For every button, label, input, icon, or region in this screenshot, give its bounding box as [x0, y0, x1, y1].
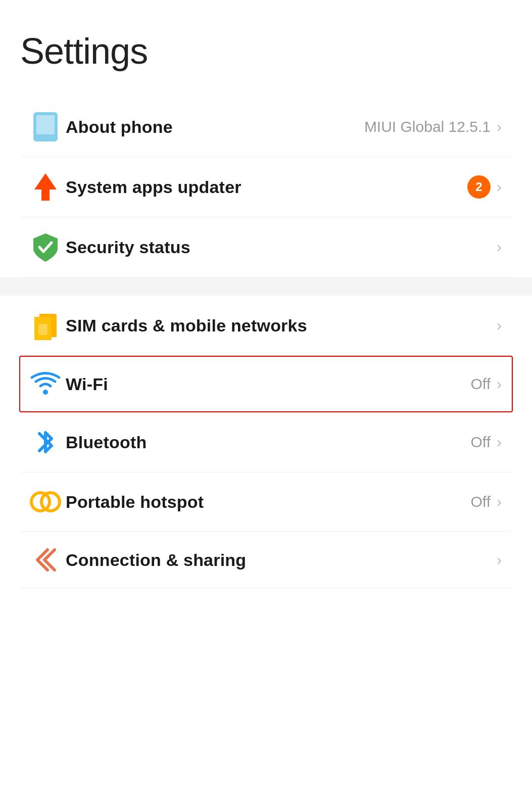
wifi-label: Wi-Fi: [66, 374, 471, 394]
settings-item-bluetooth[interactable]: Bluetooth Off ›: [20, 412, 512, 472]
security-icon: [25, 231, 66, 263]
about-phone-value: MIUI Global 12.5.1: [364, 118, 491, 135]
svg-marker-2: [34, 173, 57, 201]
settings-item-portable-hotspot[interactable]: Portable hotspot Off ›: [20, 472, 512, 532]
settings-item-about-phone[interactable]: About phone MIUI Global 12.5.1 ›: [20, 97, 512, 157]
portable-hotspot-label: Portable hotspot: [66, 492, 471, 512]
sim-icon: [25, 310, 66, 341]
settings-item-security-status[interactable]: Security status ›: [20, 217, 512, 277]
security-status-label: Security status: [66, 238, 497, 257]
connection-sharing-label: Connection & sharing: [66, 550, 497, 570]
settings-item-wifi[interactable]: Wi-Fi Off ›: [19, 356, 513, 412]
bluetooth-label: Bluetooth: [66, 433, 471, 452]
portable-hotspot-value: Off: [471, 493, 491, 510]
hotspot-icon: [25, 487, 66, 517]
system-apps-updater-chevron: ›: [497, 178, 502, 196]
update-icon: [25, 171, 66, 203]
wifi-icon: [25, 371, 66, 397]
portable-hotspot-chevron: ›: [497, 493, 502, 510]
security-status-chevron: ›: [497, 239, 502, 256]
bluetooth-value: Off: [471, 434, 491, 451]
connection-sharing-chevron: ›: [497, 551, 502, 568]
phone-icon: [25, 111, 66, 143]
about-phone-label: About phone: [66, 117, 364, 137]
sim-cards-label: SIM cards & mobile networks: [66, 316, 497, 336]
system-apps-updater-label: System apps updater: [66, 177, 467, 197]
wifi-value: Off: [471, 375, 491, 393]
settings-list: About phone MIUI Global 12.5.1 › System …: [20, 97, 512, 589]
page-title: Settings: [20, 30, 512, 72]
sim-cards-chevron: ›: [497, 317, 502, 334]
system-apps-updater-badge: 2: [467, 175, 491, 199]
svg-point-6: [43, 390, 48, 395]
settings-item-system-apps-updater[interactable]: System apps updater 2 ›: [20, 157, 512, 217]
svg-rect-1: [36, 115, 55, 134]
bluetooth-icon: [25, 426, 66, 458]
connection-icon: [25, 546, 66, 574]
group-separator: [0, 277, 532, 296]
settings-item-connection-sharing[interactable]: Connection & sharing ›: [20, 532, 512, 589]
svg-rect-5: [38, 324, 47, 335]
about-phone-chevron: ›: [497, 118, 502, 135]
bluetooth-chevron: ›: [497, 434, 502, 451]
wifi-chevron: ›: [497, 375, 502, 393]
settings-item-sim-cards[interactable]: SIM cards & mobile networks ›: [20, 296, 512, 356]
